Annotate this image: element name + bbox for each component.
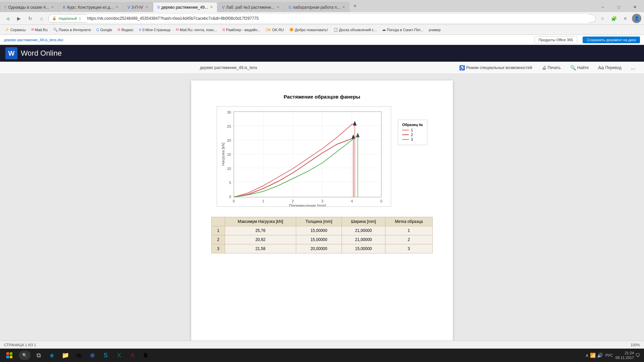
bookmark-weather-label: Погода в Санкт-Пет... [387, 28, 423, 32]
taskbar-store[interactable]: 🛍 [72, 349, 86, 362]
taskbar-chrome[interactable]: ⊕ [86, 349, 99, 362]
bookmark-ok[interactable]: OK OK.RU [264, 27, 286, 33]
bookmark-google[interactable]: G Google [94, 27, 114, 33]
edge-icon: e [50, 352, 54, 359]
tab-1[interactable]: F Однажды в сказке 4... ✕ [0, 2, 58, 12]
bookmark-yandex[interactable]: Я Яндекс [115, 27, 136, 33]
close-button[interactable]: ✕ [627, 2, 643, 12]
legend-item-2: 2 [402, 133, 423, 137]
taskbar-excel[interactable]: X [112, 349, 126, 362]
tab-1-close[interactable]: ✕ [51, 5, 54, 9]
table-row: 1 25,76 15,00000 21,00000 1 [212, 226, 433, 235]
network-icon[interactable]: 📶 [590, 353, 596, 358]
find-button[interactable]: 🔍 Найти [568, 64, 591, 72]
refresh-button[interactable]: ↻ [25, 14, 35, 23]
back-button[interactable]: ◀ [3, 14, 12, 23]
bookmark-mailru-label: Mail.Ru [35, 28, 48, 32]
tray-chevron-icon[interactable]: ∧ [585, 353, 589, 358]
profile-button[interactable]: 👤 [632, 14, 641, 23]
translate-button[interactable]: Аа Перевод [596, 64, 624, 72]
tab-5-close[interactable]: ✕ [276, 5, 279, 9]
settings-button[interactable]: ≡ [621, 14, 630, 23]
bookmark-rambler[interactable]: R Рамблер - медийн... [220, 27, 262, 33]
start-button[interactable] [1, 349, 17, 362]
taskbar-task-view[interactable]: ⧉ [32, 349, 45, 362]
bookmark-search[interactable]: 🔍 Поиск в Интернете [51, 27, 93, 33]
accessibility-icon: ♿ [459, 65, 465, 70]
legend-label-3: 3 [411, 137, 413, 141]
taskbar-explorer[interactable]: 📁 [59, 349, 72, 362]
bookmark-welcome[interactable]: 🔶 Добро пожаловать! [287, 27, 330, 33]
print-button[interactable]: 🖨 Печать [540, 64, 563, 72]
tab-3-close[interactable]: ✕ [145, 5, 148, 9]
bookmark-button[interactable]: ☆ [598, 14, 607, 23]
bookmark-mailru[interactable]: ✉ Mail.Ru [29, 27, 50, 33]
taskbar-tray: ∧ 📶 🔊 РУС 21:24 09.11.2017 🗨 [583, 351, 643, 360]
bookmark-services[interactable]: ⚡ Сервисы [3, 27, 28, 33]
svg-text:0: 0 [233, 199, 235, 203]
classifieds-icon: 📋 [333, 27, 338, 32]
col-header-maxload: Максимум Нагрузка [kN] [225, 217, 296, 226]
word-app-name: Word Online [21, 49, 62, 58]
skype-icon: S [104, 352, 108, 359]
taskbar-skype[interactable]: S [99, 349, 112, 362]
bookmark-mailru2[interactable]: ✉ Mail.Ru: почта, поис... [174, 27, 219, 33]
tab-2-close[interactable]: ✕ [115, 5, 118, 9]
minimize-button[interactable]: – [595, 2, 610, 12]
row-1-num: 1 [212, 226, 225, 235]
tab-5[interactable]: V Лаб. раб №3 растяжени... ✕ [218, 2, 284, 12]
tab-6[interactable]: G лабораторная работа п... ✕ [284, 2, 350, 12]
bookmark-mypage[interactable]: V 0 Моя Страница [137, 27, 172, 33]
home-button[interactable]: ⌂ [37, 14, 46, 23]
tray-clock[interactable]: 21:24 09.11.2017 [615, 351, 634, 360]
notification-icon[interactable]: 🗨 [635, 353, 640, 358]
maximize-button[interactable]: □ [611, 2, 627, 12]
tab-3-label: 3-П-IV [131, 5, 143, 10]
forward-button[interactable]: ▶ [14, 14, 23, 23]
row-1-label: 1 [385, 226, 432, 235]
doc-filename: дерево растяжение_49.is_tens.doc [4, 38, 63, 42]
new-tab-button[interactable]: + [350, 3, 360, 10]
bookmark-yandex-label: Яндекс [121, 28, 133, 32]
tab-5-label: Лаб. раб №3 растяжени... [226, 5, 274, 10]
table-row: 3 21,58 20,00000 15,00000 3 [212, 244, 433, 253]
tab-2[interactable]: K Курс: Конструкции из д... ✕ [59, 2, 123, 12]
legend-line-2 [402, 134, 409, 135]
chart-container: 0 5 10 15 20 25 30 0 1 2 3 4 5 Нагр [211, 106, 433, 207]
taskbar-edge[interactable]: e [45, 349, 59, 362]
word-logo: W Word Online [5, 47, 62, 59]
tab-4[interactable]: V дерево растяжение_49... ✕ [153, 2, 217, 12]
secure-indicator: 🔒 [52, 16, 57, 20]
bookmark-weather[interactable]: ☁ Погода в Санкт-Пет... [380, 27, 425, 33]
taskbar-calculator[interactable]: 🖩 [139, 349, 153, 362]
bookmark-classifieds-label: Доска объявлений с... [339, 28, 377, 32]
taskbar-search-bar[interactable]: 🔍 [19, 351, 31, 360]
browser-chrome: F Однажды в сказке 4... ✕ K Курс: Констр… [0, 0, 644, 74]
office365-button[interactable]: Продукты Office 365 [534, 36, 578, 44]
accessibility-button[interactable]: ♿ Режим специальных возможностей [457, 64, 534, 72]
more-options-button[interactable]: ... [629, 64, 637, 71]
extensions-button[interactable]: 🧩 [609, 14, 619, 23]
tray-lang[interactable]: РУС [605, 353, 613, 357]
svg-text:20: 20 [227, 138, 231, 142]
page-info: СТРАНИЦА 1 ИЗ 1 [4, 343, 36, 347]
yandex-icon: Я [117, 28, 120, 32]
status-bar: СТРАНИЦА 1 ИЗ 1 100% [0, 341, 644, 349]
taskbar-search-icon: 🔍 [22, 353, 27, 358]
save-to-disk-button[interactable]: Сохранить документ на диск [583, 37, 640, 43]
welcome-icon: 🔶 [289, 27, 294, 32]
document-page: Растяжение образцов фанеры [191, 80, 453, 341]
taskbar-autocad[interactable]: A [126, 349, 139, 362]
bookmark-univer-label: универ [429, 28, 441, 32]
bookmark-univer[interactable]: универ [427, 27, 443, 33]
volume-icon[interactable]: 🔊 [597, 353, 603, 358]
bookmark-classifieds[interactable]: 📋 Доска объявлений с... [331, 27, 379, 33]
tab-3[interactable]: V 3-П-IV ✕ [123, 2, 153, 12]
url-input[interactable] [83, 14, 592, 23]
table-container: Максимум Нагрузка [kN] Толщина [mm] Шири… [211, 217, 433, 253]
col-header-width: Ширина [mm] [342, 217, 385, 226]
tab-6-close[interactable]: ✕ [342, 5, 345, 9]
row-1-width: 21,00000 [342, 226, 385, 235]
row-3-thickness: 20,00000 [296, 244, 341, 253]
tab-4-close[interactable]: ✕ [210, 5, 213, 9]
